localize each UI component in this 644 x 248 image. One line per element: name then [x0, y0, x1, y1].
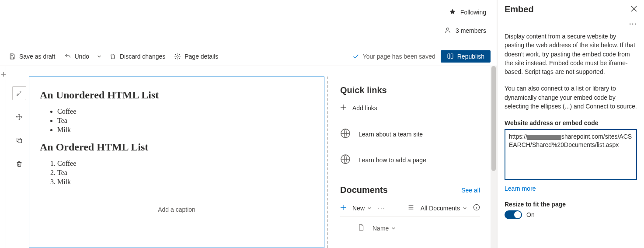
content-heading-unordered: An Unordered HTML List: [40, 89, 313, 101]
svg-rect-2: [18, 139, 21, 143]
plus-icon: [340, 204, 346, 212]
members-link[interactable]: 3 members: [456, 27, 486, 34]
caption-input[interactable]: Add a caption: [29, 203, 324, 219]
globe-icon: [340, 154, 351, 166]
book-icon: [447, 53, 454, 60]
undo-button[interactable]: Undo: [62, 51, 92, 62]
embed-webpart[interactable]: An Unordered HTML List Coffee Tea Milk A…: [29, 77, 324, 248]
quicklink-item[interactable]: Learn how to add a page: [340, 147, 480, 173]
file-icon: [358, 223, 365, 233]
following-button[interactable]: Following: [460, 9, 486, 16]
embed-field-label: Website address or embed code: [505, 119, 637, 126]
svg-point-1: [177, 56, 178, 57]
gear-icon: [174, 53, 181, 60]
panel-help-2: You can also connect to a list or librar…: [505, 84, 637, 111]
resize-toggle[interactable]: [505, 210, 522, 219]
name-column-header[interactable]: Name: [372, 225, 396, 232]
property-panel: Embed ··· Display content from a secure …: [497, 0, 644, 248]
delete-webpart-button[interactable]: [12, 157, 26, 171]
ordered-list: Coffee Tea Milk: [40, 159, 313, 186]
republish-label: Republish: [457, 53, 484, 60]
close-panel-button[interactable]: [631, 6, 637, 13]
add-section-button[interactable]: [1, 71, 6, 77]
panel-more-button[interactable]: ···: [629, 21, 637, 28]
add-links-button[interactable]: Add links: [340, 101, 480, 121]
plus-icon: [340, 104, 346, 112]
panel-help-1: Display content from a secure website by…: [505, 32, 637, 76]
embed-content: An Unordered HTML List Coffee Tea Milk A…: [29, 77, 324, 203]
site-header: Following 3 members: [0, 0, 497, 47]
page-details-button[interactable]: Page details: [171, 51, 221, 62]
undo-dropdown[interactable]: [95, 51, 103, 62]
duplicate-webpart-button[interactable]: [12, 133, 26, 147]
discard-button[interactable]: Discard changes: [107, 51, 168, 62]
side-column: Quick links Add links Learn about a team…: [330, 77, 491, 248]
list-item: Milk: [57, 126, 313, 135]
saved-status-label: Your page has been saved: [363, 53, 435, 60]
see-all-link[interactable]: See all: [461, 187, 480, 194]
discard-icon: [109, 53, 116, 60]
undo-label: Undo: [75, 53, 89, 60]
person-icon: [444, 27, 451, 35]
undo-icon: [64, 53, 71, 60]
list-item: Tea: [57, 116, 313, 126]
move-webpart-button[interactable]: [12, 110, 26, 124]
name-column-label: Name: [372, 225, 389, 232]
section-gutter: [0, 66, 6, 248]
resize-label: Resize to fit the page: [505, 201, 637, 208]
quicklink-item[interactable]: Learn about a team site: [340, 121, 480, 147]
view-switcher[interactable]: All Documents: [421, 205, 467, 212]
discard-label: Discard changes: [120, 53, 165, 60]
add-links-label: Add links: [352, 105, 377, 112]
list-icon: [407, 204, 414, 212]
redacted-domain: [527, 135, 561, 140]
column-divider: [324, 77, 330, 248]
embed-code-input[interactable]: https://sharepoint.com/sites/ACSEARCH/Sh…: [505, 129, 637, 180]
svg-point-0: [446, 28, 449, 30]
check-icon: [352, 53, 359, 60]
page-details-label: Page details: [184, 53, 218, 60]
content-heading-ordered: An Ordered HTML List: [40, 141, 313, 153]
new-label: New: [352, 205, 365, 212]
save-draft-label: Save as draft: [19, 53, 56, 60]
quicklink-label: Learn how to add a page: [359, 157, 426, 164]
quicklinks-title[interactable]: Quick links: [340, 85, 480, 95]
saved-status: Your page has been saved: [352, 53, 435, 60]
globe-icon: [340, 128, 351, 140]
learn-more-link[interactable]: Learn more: [505, 185, 637, 192]
toggle-state-label: On: [526, 211, 535, 218]
list-item: Coffee: [57, 107, 313, 116]
panel-title: Embed: [505, 4, 534, 14]
star-filled-icon: [449, 8, 456, 17]
republish-button[interactable]: Republish: [441, 50, 491, 63]
vertical-scrollbar[interactable]: [491, 66, 497, 248]
save-icon: [9, 53, 16, 60]
unordered-list: Coffee Tea Milk: [40, 107, 313, 134]
list-item: Coffee: [57, 159, 313, 168]
info-icon[interactable]: [473, 204, 480, 212]
edit-webpart-button[interactable]: [12, 86, 26, 100]
new-button[interactable]: New: [352, 205, 372, 212]
save-draft-button[interactable]: Save as draft: [6, 51, 58, 62]
more-actions-button[interactable]: ···: [378, 205, 386, 212]
page-command-bar: Save as draft Undo Discard changes Page …: [0, 47, 497, 66]
view-label: All Documents: [421, 205, 460, 212]
list-item: Tea: [57, 168, 313, 178]
webpart-toolbox: [11, 86, 27, 171]
documents-title[interactable]: Documents: [340, 185, 388, 195]
page-canvas: An Unordered HTML List Coffee Tea Milk A…: [0, 66, 497, 248]
quicklink-label: Learn about a team site: [359, 131, 423, 138]
list-item: Milk: [57, 178, 313, 187]
